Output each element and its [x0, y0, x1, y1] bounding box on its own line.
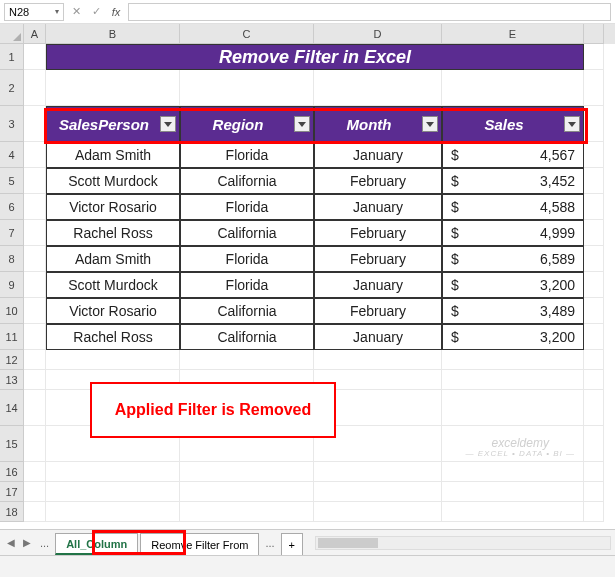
header-region[interactable]: Region	[180, 106, 314, 142]
row-header[interactable]: 2	[0, 70, 24, 106]
horizontal-scrollbar[interactable]	[315, 536, 611, 550]
table-row: 4Adam SmithFloridaJanuary$4,567	[0, 142, 615, 168]
formula-input[interactable]	[128, 3, 611, 21]
col-header-c[interactable]: C	[180, 24, 314, 44]
title-cell[interactable]: Remove Filter in Excel	[46, 44, 584, 70]
row-2: 2	[0, 70, 615, 106]
header-month[interactable]: Month	[314, 106, 442, 142]
status-bar	[0, 555, 615, 577]
filter-dropdown-icon[interactable]	[294, 116, 310, 132]
sheet-ellipsis: ...	[261, 537, 278, 549]
table-row: 7Rachel RossCaliforniaFebruary$4,999	[0, 220, 615, 246]
chevron-down-icon[interactable]: ▾	[55, 7, 59, 16]
watermark: exceldemy — EXCEL • DATA • BI —	[466, 437, 575, 459]
row-header[interactable]: 1	[0, 44, 24, 70]
col-header-b[interactable]: B	[46, 24, 180, 44]
cell[interactable]	[584, 44, 604, 70]
sheet-nav-next-icon[interactable]: ▶	[20, 536, 34, 550]
filter-dropdown-icon[interactable]	[422, 116, 438, 132]
cell[interactable]	[24, 70, 46, 106]
table-row: 5Scott MurdockCaliforniaFebruary$3,452	[0, 168, 615, 194]
sheet-nav-prev-icon[interactable]: ◀	[4, 536, 18, 550]
cell[interactable]	[24, 106, 46, 142]
scrollbar-thumb[interactable]	[318, 538, 378, 548]
grid-area: A B C D E 1 Remove Filter in Excel 2 3	[0, 24, 615, 529]
cell[interactable]	[442, 70, 584, 106]
cancel-icon: ✕	[68, 4, 84, 20]
sheet-tab-all-column[interactable]: All_Column	[55, 533, 138, 555]
row-16: 16	[0, 462, 615, 482]
table-row: 11Rachel RossCaliforniaJanuary$3,200	[0, 324, 615, 350]
sheet-ellipsis[interactable]: ...	[36, 537, 53, 549]
cell[interactable]	[584, 70, 604, 106]
name-box[interactable]: N28 ▾	[4, 3, 64, 21]
col-header-a[interactable]: A	[24, 24, 46, 44]
fx-icon[interactable]: fx	[108, 4, 124, 20]
col-header-d[interactable]: D	[314, 24, 442, 44]
annotation-text: Applied Filter is Removed	[90, 382, 336, 438]
cell[interactable]	[180, 70, 314, 106]
header-salesperson[interactable]: SalesPerson	[46, 106, 180, 142]
sheet-tab-remove-filter[interactable]: Reomve Filter From	[140, 533, 259, 555]
name-box-value: N28	[9, 6, 29, 18]
header-sales[interactable]: Sales	[442, 106, 584, 142]
filter-dropdown-icon[interactable]	[564, 116, 580, 132]
col-header-e[interactable]: E	[442, 24, 584, 44]
row-17: 17	[0, 482, 615, 502]
cell[interactable]	[24, 44, 46, 70]
cell[interactable]	[46, 70, 180, 106]
check-icon: ✓	[88, 4, 104, 20]
cell[interactable]	[584, 106, 604, 142]
row-1: 1 Remove Filter in Excel	[0, 44, 615, 70]
table-row: 8Adam SmithFloridaFebruary$6,589	[0, 246, 615, 272]
cell[interactable]	[314, 70, 442, 106]
filter-dropdown-icon[interactable]	[160, 116, 176, 132]
select-all-corner[interactable]	[0, 24, 24, 44]
row-3: 3 SalesPerson Region Month Sales	[0, 106, 615, 142]
col-header-blank[interactable]	[584, 24, 604, 44]
table-row: 10Victor RosarioCaliforniaFebruary$3,489	[0, 298, 615, 324]
new-sheet-button[interactable]: +	[281, 533, 303, 555]
row-18: 18	[0, 502, 615, 522]
row-12: 12	[0, 350, 615, 370]
sheet-tab-bar: ◀ ▶ ... All_Column Reomve Filter From ..…	[0, 529, 615, 555]
row-header[interactable]: 3	[0, 106, 24, 142]
table-row: 9Scott MurdockFloridaJanuary$3,200	[0, 272, 615, 298]
table-row: 6Victor RosarioFloridaJanuary$4,588	[0, 194, 615, 220]
column-headers: A B C D E	[0, 24, 615, 44]
formula-bar-area: N28 ▾ ✕ ✓ fx	[0, 0, 615, 24]
